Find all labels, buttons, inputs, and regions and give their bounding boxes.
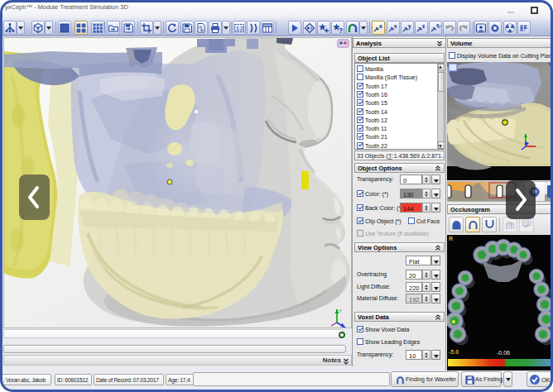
svg-text:↻: ↻ <box>436 23 441 29</box>
svg-text:y: y <box>408 23 411 30</box>
svg-text:?: ? <box>339 26 343 34</box>
svg-text:x: x <box>394 23 397 29</box>
svg-text:o: o <box>379 23 382 29</box>
svg-text:Y: Y <box>339 308 342 313</box>
svg-text:z: z <box>422 23 426 29</box>
svg-text:1: 1 <box>236 26 239 31</box>
svg-text:2: 2 <box>240 26 243 31</box>
